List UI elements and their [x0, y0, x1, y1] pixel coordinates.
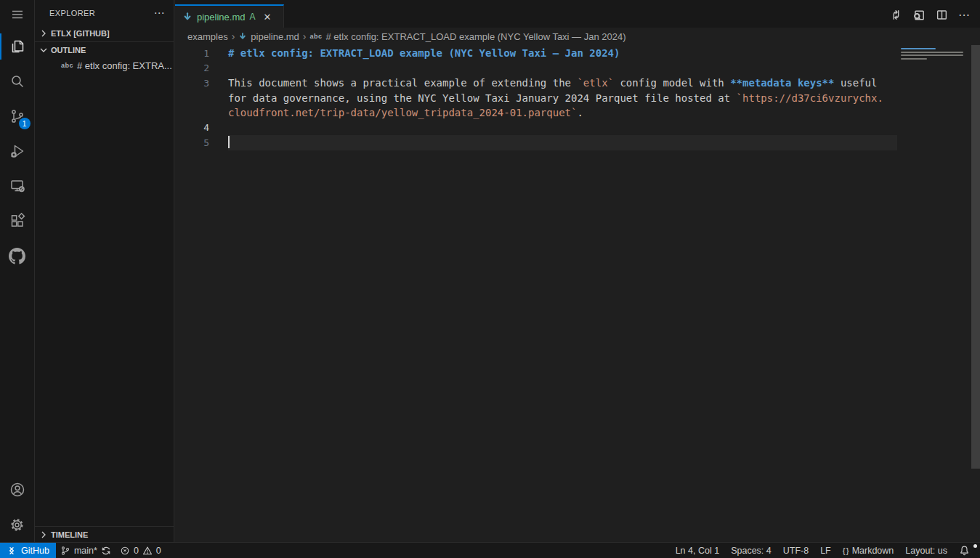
- outline-section-label: OUTLINE: [51, 46, 86, 54]
- hamburger-menu-icon: [10, 7, 25, 22]
- remote-indicator[interactable]: GitHub: [0, 543, 56, 558]
- tab-pipeline-md[interactable]: pipeline.md A ✕: [175, 4, 284, 28]
- markdown-file-icon: [238, 32, 247, 41]
- explorer-title: EXPLORER: [49, 9, 151, 17]
- warning-count: 0: [156, 546, 161, 556]
- source-control-badge: 1: [19, 118, 31, 129]
- cursor-position-indicator[interactable]: Ln 4, Col 1: [670, 543, 725, 558]
- activity-bar: 1: [0, 0, 35, 542]
- breadcrumb-symbol[interactable]: abc # etlx config: EXTRACT_LOAD example …: [309, 31, 625, 42]
- explorer-header: EXPLORER ⋯: [35, 0, 174, 25]
- sidebar-item-source-control[interactable]: 1: [0, 99, 35, 134]
- code-text: # etlx config: EXTRACT_LOAD example (NYC…: [209, 47, 620, 59]
- status-bar-left: GitHub main* 0 0: [0, 543, 166, 558]
- breadcrumb-folder[interactable]: examples: [187, 31, 228, 42]
- explorer-more-actions-icon[interactable]: ⋯: [151, 7, 168, 20]
- text-cursor: [228, 136, 230, 148]
- section-timeline[interactable]: TIMELINE: [35, 526, 174, 542]
- editor-actions: ⋯: [890, 8, 980, 28]
- more-actions-icon[interactable]: ⋯: [958, 8, 970, 22]
- git-branch-icon: [60, 546, 70, 556]
- sidebar-item-extensions[interactable]: [0, 203, 35, 238]
- code-text: This document shows a practical example …: [209, 77, 877, 89]
- encoding-indicator[interactable]: UTF-8: [777, 543, 814, 558]
- notification-dot: [973, 544, 977, 548]
- breadcrumb: examples › pipeline.md › abc # etlx conf…: [175, 28, 980, 45]
- language-mode-indicator[interactable]: { } Markdown: [837, 543, 900, 558]
- code-line[interactable]: for data governance, using the NYC Yello…: [175, 91, 893, 106]
- settings-button[interactable]: [0, 507, 35, 542]
- eol-indicator[interactable]: LF: [814, 543, 837, 558]
- accounts-button[interactable]: [0, 472, 35, 507]
- menu-button[interactable]: [0, 0, 35, 29]
- code-line[interactable]: cloudfront.net/trip-data/yellow_tripdata…: [175, 105, 893, 121]
- code-line[interactable]: 2: [175, 61, 893, 76]
- split-editor-icon[interactable]: [936, 9, 948, 21]
- open-changes-icon[interactable]: [890, 9, 902, 21]
- tab-label: pipeline.md: [197, 12, 246, 23]
- explorer-sidebar: EXPLORER ⋯ ETLX [GITHUB] OUTLINE abc # e…: [35, 0, 174, 542]
- github-icon: [9, 248, 25, 264]
- eol-label: LF: [820, 546, 831, 556]
- code-text: cloudfront.net/trip-data/yellow_tripdata…: [209, 107, 583, 118]
- breadcrumb-folder-label: examples: [187, 31, 228, 42]
- code-line[interactable]: 3This document shows a practical example…: [175, 76, 893, 91]
- vscode-window: 1: [0, 0, 980, 558]
- close-icon[interactable]: ✕: [262, 11, 274, 23]
- braces-icon: { }: [843, 546, 849, 555]
- code-text: [209, 137, 228, 150]
- minimap-line: [901, 48, 936, 49]
- open-preview-icon[interactable]: [912, 9, 926, 22]
- code-line[interactable]: 5: [175, 135, 893, 150]
- sidebar-empty-space: [35, 73, 174, 526]
- gear-icon: [9, 517, 25, 533]
- editor-pane[interactable]: 1# etlx config: EXTRACT_LOAD example (NY…: [175, 45, 980, 542]
- workspace-section-label: ETLX [GITHUB]: [51, 29, 110, 38]
- symbol-string-icon: abc: [309, 33, 322, 40]
- indentation-indicator[interactable]: Spaces: 4: [725, 543, 777, 558]
- notifications-button[interactable]: [953, 543, 976, 558]
- branch-label: main*: [74, 546, 97, 556]
- line-number: 5: [175, 137, 209, 148]
- sidebar-item-explorer[interactable]: [0, 29, 35, 64]
- section-outline[interactable]: OUTLINE: [35, 41, 174, 57]
- outline-item-label: # etlx config: EXTRA...: [77, 60, 172, 71]
- section-workspace[interactable]: ETLX [GITHUB]: [35, 25, 174, 41]
- branch-indicator[interactable]: main*: [56, 543, 116, 558]
- extensions-icon: [9, 212, 26, 230]
- vertical-scrollbar[interactable]: [971, 45, 980, 469]
- breadcrumb-file[interactable]: pipeline.md: [238, 31, 299, 42]
- remote-explorer-icon: [9, 177, 26, 195]
- remote-label: GitHub: [21, 546, 49, 556]
- cursor-position-label: Ln 4, Col 1: [676, 546, 719, 556]
- sidebar-item-remote-explorer[interactable]: [0, 169, 35, 203]
- line-number: 2: [175, 62, 209, 73]
- language-label: Markdown: [852, 546, 894, 556]
- sidebar-item-run-debug[interactable]: [0, 134, 35, 169]
- minimap-line: [901, 58, 927, 60]
- outline-item-heading[interactable]: abc # etlx config: EXTRA...: [35, 57, 174, 73]
- chevron-right-icon: [38, 28, 49, 39]
- code-line[interactable]: 4: [175, 121, 893, 136]
- remote-icon: [7, 546, 17, 556]
- indentation-label: Spaces: 4: [731, 546, 772, 556]
- layout-label: Layout: us: [905, 546, 947, 556]
- line-number: 1: [175, 48, 209, 59]
- minimap[interactable]: [901, 48, 970, 60]
- tab-bar: pipeline.md A ✕ ⋯: [175, 0, 980, 28]
- sidebar-item-search[interactable]: [0, 64, 35, 99]
- editor-group: pipeline.md A ✕ ⋯ examples: [175, 0, 980, 542]
- breadcrumb-file-label: pipeline.md: [251, 31, 299, 42]
- error-count: 0: [134, 546, 139, 556]
- bell-icon: [959, 545, 970, 556]
- minimap-line: [901, 54, 963, 56]
- chevron-right-icon: ›: [303, 31, 307, 42]
- layout-indicator[interactable]: Layout: us: [899, 543, 953, 558]
- chevron-right-icon: [38, 529, 49, 541]
- sidebar-item-github[interactable]: [0, 238, 35, 273]
- sync-icon: [101, 546, 111, 556]
- encoding-label: UTF-8: [783, 546, 809, 556]
- timeline-section-label: TIMELINE: [51, 530, 88, 539]
- problems-indicator[interactable]: 0 0: [116, 543, 166, 558]
- code-line[interactable]: 1# etlx config: EXTRACT_LOAD example (NY…: [175, 46, 893, 61]
